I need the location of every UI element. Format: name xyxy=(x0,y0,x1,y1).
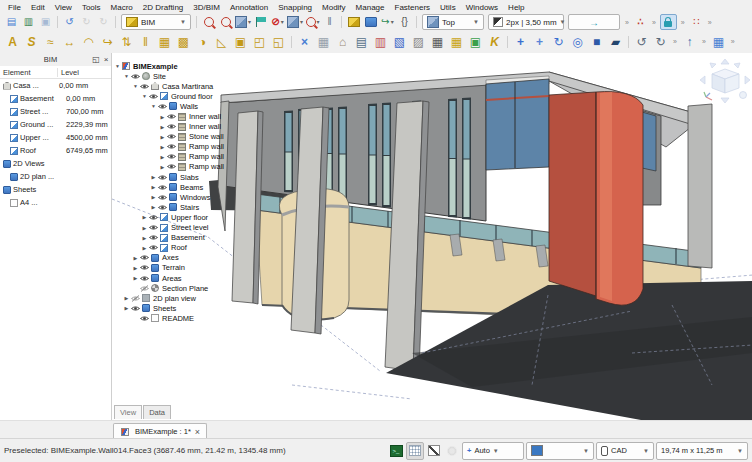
tree-item-stone-wall[interactable]: ▶Stone wall xyxy=(114,132,264,142)
tree-item-readme[interactable]: README xyxy=(114,313,264,323)
expander-open-icon[interactable]: ▼ xyxy=(123,73,130,79)
python-console-button[interactable]: >_ xyxy=(388,443,404,459)
menu-modify[interactable]: Modify xyxy=(317,3,351,12)
draft-point-tool[interactable]: ◑ xyxy=(194,32,211,51)
tree-item-upper-floor[interactable]: ▶Upper floor xyxy=(114,212,264,222)
visibility-eye-icon[interactable] xyxy=(130,305,141,312)
corner-pier[interactable] xyxy=(688,104,712,268)
measure-button[interactable]: ‖ xyxy=(322,15,337,29)
expander-closed-icon[interactable]: ▶ xyxy=(141,214,148,220)
tree-item-stairs[interactable]: ▶Stairs xyxy=(114,202,264,212)
visibility-eye-icon[interactable] xyxy=(148,214,159,221)
curtain-wall-glass[interactable] xyxy=(486,79,549,170)
expander-closed-icon[interactable]: ▶ xyxy=(141,235,148,241)
rotate-left-button[interactable]: ↺ xyxy=(633,32,650,51)
material-document-tool[interactable]: ▦ xyxy=(429,32,446,51)
tree-item-section-plane[interactable]: Section Plane xyxy=(114,283,264,293)
window-slit-8[interactable] xyxy=(448,98,457,217)
axonometric-view-button[interactable]: ▾ xyxy=(235,15,251,29)
expander-closed-icon[interactable]: ▶ xyxy=(141,245,148,251)
overflow-chevron[interactable]: » xyxy=(652,19,656,26)
expander-closed-icon[interactable]: ▶ xyxy=(132,255,139,261)
column-level[interactable]: Level xyxy=(58,68,111,77)
expander-closed-icon[interactable]: ▶ xyxy=(159,124,166,130)
nav-cube-mini[interactable] xyxy=(740,92,747,99)
open-document-button[interactable]: ▥ xyxy=(21,15,36,29)
tree-item-terrain[interactable]: ▶Terrain xyxy=(114,263,264,273)
expander-closed-icon[interactable]: ▶ xyxy=(141,225,148,231)
panel-row-2d-plan-[interactable]: 2D plan ... xyxy=(0,170,111,183)
menu-edit[interactable]: Edit xyxy=(26,3,50,12)
window-slit-6[interactable] xyxy=(382,102,391,207)
draft-array-tool[interactable]: ▦ xyxy=(156,32,173,51)
color-combo[interactable]: ▼ xyxy=(526,442,594,460)
workbench-selector[interactable]: BIM▼ xyxy=(121,14,191,30)
overflow-chevron[interactable]: » xyxy=(708,19,712,26)
expander-closed-icon[interactable]: ▶ xyxy=(123,295,130,301)
document-tab[interactable]: BIMExample : 1* × xyxy=(113,423,207,439)
tree-item-roof[interactable]: ▶Roof xyxy=(114,243,264,253)
visibility-eye-icon[interactable] xyxy=(139,264,150,271)
tree-item-axes[interactable]: ▶Axes xyxy=(114,253,264,263)
menu-snapping[interactable]: Snapping xyxy=(273,3,317,12)
tab-view[interactable]: View xyxy=(114,405,142,419)
navigation-cube[interactable] xyxy=(700,59,750,103)
visibility-eye-icon[interactable] xyxy=(130,73,141,80)
visibility-eye-icon[interactable] xyxy=(166,123,177,130)
overflow-chevron[interactable]: » xyxy=(681,19,685,26)
tree-item-street-level[interactable]: ▶Street level xyxy=(114,223,264,233)
expander-closed-icon[interactable]: ▶ xyxy=(132,275,139,281)
menu-file[interactable]: File xyxy=(3,3,26,12)
column-element[interactable]: Element xyxy=(0,68,58,77)
preflight-check-tool[interactable]: ▣ xyxy=(467,32,484,51)
visibility-eye-icon[interactable] xyxy=(139,254,150,261)
expander-closed-icon[interactable]: ▶ xyxy=(123,305,130,311)
zoom-selection-button[interactable] xyxy=(218,15,233,29)
visibility-eye-icon[interactable] xyxy=(157,204,168,211)
view-dimensions-combo[interactable]: 19,74 m x 11,25 m ▼ xyxy=(656,442,748,460)
expander-closed-icon[interactable]: ▶ xyxy=(150,184,157,190)
leader-arrow-button[interactable]: → xyxy=(568,14,620,30)
expander-closed-icon[interactable]: ▶ xyxy=(132,265,139,271)
bim-setup-tool[interactable]: × xyxy=(296,32,313,51)
tree-item-bimexample[interactable]: ▼BIMExample xyxy=(114,61,264,71)
visibility-eye-icon[interactable] xyxy=(166,153,177,160)
overflow-chevron[interactable]: » xyxy=(731,38,735,45)
visibility-eye-icon[interactable] xyxy=(157,103,168,110)
redo-button[interactable]: ↻ xyxy=(79,15,94,29)
menu-macro[interactable]: Macro xyxy=(106,3,138,12)
spreadsheet-tool[interactable]: ▦ xyxy=(448,32,465,51)
ifc-document-tool[interactable]: ▤ xyxy=(353,32,370,51)
view-rotate-tool[interactable]: ↻ xyxy=(550,32,567,51)
visibility-eye-icon[interactable] xyxy=(166,163,177,170)
tree-item-casa-martirana[interactable]: ▼Casa Martirana xyxy=(114,81,264,91)
menu-2d-drafting[interactable]: 2D Drafting xyxy=(138,3,188,12)
expander-closed-icon[interactable]: ▶ xyxy=(159,134,166,140)
save-button[interactable]: ▣ xyxy=(38,15,53,29)
menu-utils[interactable]: Utils xyxy=(435,3,461,12)
tower-flat-panel[interactable] xyxy=(549,92,596,296)
tree-item-areas[interactable]: ▶Areas xyxy=(114,273,264,283)
panel-row-ground-[interactable]: Ground ...2229,39 mm xyxy=(0,118,111,131)
rotate-right-button[interactable]: ↻ xyxy=(652,32,669,51)
panel-row-street-[interactable]: Street ...700,00 mm xyxy=(0,105,111,118)
toggle-visibility-button[interactable]: ⊘▾ xyxy=(270,15,285,29)
report-document-button[interactable]: ∷ xyxy=(689,15,704,29)
tree-item-basement[interactable]: ▶Basement xyxy=(114,233,264,243)
draft-rectangle-tool[interactable]: ▣ xyxy=(232,32,249,51)
library-button[interactable] xyxy=(363,15,378,29)
tree-item-ground-floor[interactable]: ▼Ground floor xyxy=(114,91,264,101)
visibility-eye-icon[interactable] xyxy=(166,143,177,150)
visibility-eye-icon[interactable] xyxy=(139,275,150,282)
expander-open-icon[interactable]: ▼ xyxy=(141,93,148,99)
annotation-shapestring-tool[interactable]: S xyxy=(23,32,40,51)
snap-button[interactable] xyxy=(444,443,460,459)
overflow-chevron[interactable]: » xyxy=(625,19,629,26)
tree-item-walls[interactable]: ▼Walls xyxy=(114,101,264,111)
expander-open-icon[interactable]: ▼ xyxy=(132,83,139,89)
views-document-tool[interactable]: ▥ xyxy=(372,32,389,51)
grid-toggle-button[interactable] xyxy=(406,442,424,460)
refresh-button[interactable]: ↻ xyxy=(96,15,111,29)
annotation-columns-tool[interactable]: ‖ xyxy=(137,32,154,51)
annotation-text-tool[interactable]: A xyxy=(4,32,21,51)
